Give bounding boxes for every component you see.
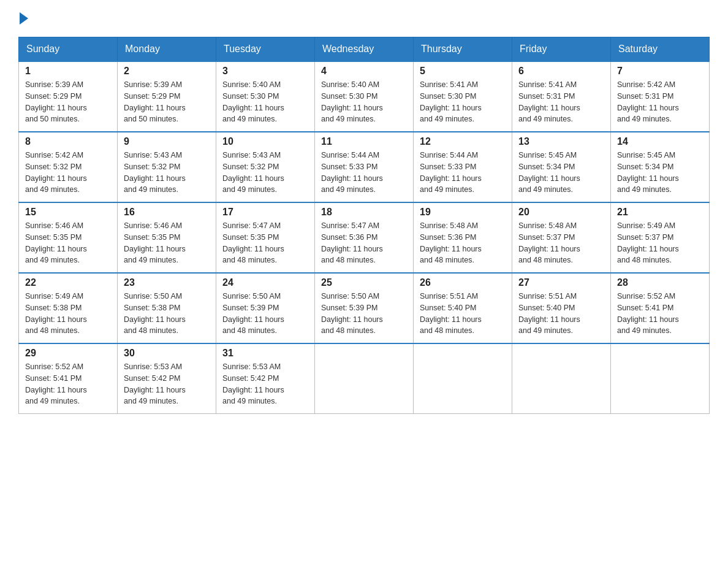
day-info: Sunrise: 5:43 AMSunset: 5:32 PMDaylight:… [222, 150, 308, 196]
day-info: Sunrise: 5:43 AMSunset: 5:32 PMDaylight:… [124, 150, 210, 196]
day-info: Sunrise: 5:48 AMSunset: 5:36 PMDaylight:… [420, 220, 506, 266]
calendar-cell [611, 343, 710, 414]
day-info: Sunrise: 5:47 AMSunset: 5:35 PMDaylight:… [222, 220, 308, 266]
day-number: 9 [124, 136, 210, 147]
day-info: Sunrise: 5:51 AMSunset: 5:40 PMDaylight:… [420, 291, 506, 337]
day-info: Sunrise: 5:44 AMSunset: 5:33 PMDaylight:… [321, 150, 407, 196]
day-info: Sunrise: 5:52 AMSunset: 5:41 PMDaylight:… [25, 361, 111, 407]
calendar-cell: 14Sunrise: 5:45 AMSunset: 5:34 PMDayligh… [611, 132, 710, 202]
calendar-cell: 7Sunrise: 5:42 AMSunset: 5:31 PMDaylight… [611, 61, 710, 132]
day-info: Sunrise: 5:50 AMSunset: 5:39 PMDaylight:… [321, 291, 407, 337]
day-info: Sunrise: 5:50 AMSunset: 5:38 PMDaylight:… [124, 291, 210, 337]
calendar-cell: 15Sunrise: 5:46 AMSunset: 5:35 PMDayligh… [19, 202, 118, 273]
day-number: 25 [321, 277, 407, 288]
calendar-cell: 20Sunrise: 5:48 AMSunset: 5:37 PMDayligh… [512, 202, 611, 273]
day-number: 30 [124, 348, 210, 359]
calendar-cell: 5Sunrise: 5:41 AMSunset: 5:30 PMDaylight… [414, 61, 512, 132]
day-number: 20 [518, 207, 604, 218]
day-info: Sunrise: 5:49 AMSunset: 5:38 PMDaylight:… [25, 291, 111, 337]
day-info: Sunrise: 5:40 AMSunset: 5:30 PMDaylight:… [321, 79, 407, 125]
calendar-cell: 23Sunrise: 5:50 AMSunset: 5:38 PMDayligh… [118, 273, 216, 343]
week-row-1: 1Sunrise: 5:39 AMSunset: 5:29 PMDaylight… [19, 61, 710, 132]
week-row-3: 15Sunrise: 5:46 AMSunset: 5:35 PMDayligh… [19, 202, 710, 273]
calendar-cell: 21Sunrise: 5:49 AMSunset: 5:37 PMDayligh… [611, 202, 710, 273]
calendar-cell: 16Sunrise: 5:46 AMSunset: 5:35 PMDayligh… [118, 202, 216, 273]
day-info: Sunrise: 5:41 AMSunset: 5:30 PMDaylight:… [420, 79, 506, 125]
calendar-cell [414, 343, 512, 414]
logo-blue-part [18, 12, 29, 25]
day-info: Sunrise: 5:53 AMSunset: 5:42 PMDaylight:… [124, 361, 210, 407]
calendar-cell: 24Sunrise: 5:50 AMSunset: 5:39 PMDayligh… [216, 273, 315, 343]
day-number: 27 [518, 277, 604, 288]
day-number: 1 [25, 66, 111, 77]
day-number: 10 [222, 136, 308, 147]
calendar-cell: 22Sunrise: 5:49 AMSunset: 5:38 PMDayligh… [19, 273, 118, 343]
day-number: 29 [25, 348, 111, 359]
calendar-cell: 18Sunrise: 5:47 AMSunset: 5:36 PMDayligh… [315, 202, 414, 273]
day-number: 3 [222, 66, 308, 77]
day-info: Sunrise: 5:42 AMSunset: 5:32 PMDaylight:… [25, 150, 111, 196]
day-number: 21 [617, 207, 703, 218]
day-number: 4 [321, 66, 407, 77]
day-number: 18 [321, 207, 407, 218]
day-info: Sunrise: 5:39 AMSunset: 5:29 PMDaylight:… [124, 79, 210, 125]
logo [18, 12, 29, 25]
calendar-cell: 19Sunrise: 5:48 AMSunset: 5:36 PMDayligh… [414, 202, 512, 273]
day-info: Sunrise: 5:45 AMSunset: 5:34 PMDaylight:… [617, 150, 703, 196]
day-number: 7 [617, 66, 703, 77]
day-info: Sunrise: 5:42 AMSunset: 5:31 PMDaylight:… [617, 79, 703, 125]
calendar-cell: 26Sunrise: 5:51 AMSunset: 5:40 PMDayligh… [414, 273, 512, 343]
calendar-header-row: Sunday Monday Tuesday Wednesday Thursday… [19, 37, 710, 62]
day-number: 22 [25, 277, 111, 288]
calendar-cell: 10Sunrise: 5:43 AMSunset: 5:32 PMDayligh… [216, 132, 315, 202]
calendar-cell: 13Sunrise: 5:45 AMSunset: 5:34 PMDayligh… [512, 132, 611, 202]
calendar-cell: 30Sunrise: 5:53 AMSunset: 5:42 PMDayligh… [118, 343, 216, 414]
header-wednesday: Wednesday [315, 37, 414, 62]
calendar-cell: 27Sunrise: 5:51 AMSunset: 5:40 PMDayligh… [512, 273, 611, 343]
day-number: 26 [420, 277, 506, 288]
day-info: Sunrise: 5:50 AMSunset: 5:39 PMDaylight:… [222, 291, 308, 337]
day-number: 2 [124, 66, 210, 77]
day-number: 17 [222, 207, 308, 218]
week-row-4: 22Sunrise: 5:49 AMSunset: 5:38 PMDayligh… [19, 273, 710, 343]
day-info: Sunrise: 5:48 AMSunset: 5:37 PMDaylight:… [518, 220, 604, 266]
day-info: Sunrise: 5:47 AMSunset: 5:36 PMDaylight:… [321, 220, 407, 266]
day-number: 19 [420, 207, 506, 218]
day-info: Sunrise: 5:44 AMSunset: 5:33 PMDaylight:… [420, 150, 506, 196]
day-number: 14 [617, 136, 703, 147]
day-info: Sunrise: 5:40 AMSunset: 5:30 PMDaylight:… [222, 79, 308, 125]
day-info: Sunrise: 5:46 AMSunset: 5:35 PMDaylight:… [124, 220, 210, 266]
header-monday: Monday [118, 37, 216, 62]
day-number: 13 [518, 136, 604, 147]
day-number: 23 [124, 277, 210, 288]
calendar-cell: 4Sunrise: 5:40 AMSunset: 5:30 PMDaylight… [315, 61, 414, 132]
day-number: 11 [321, 136, 407, 147]
day-number: 15 [25, 207, 111, 218]
calendar-cell: 8Sunrise: 5:42 AMSunset: 5:32 PMDaylight… [19, 132, 118, 202]
day-info: Sunrise: 5:49 AMSunset: 5:37 PMDaylight:… [617, 220, 703, 266]
calendar-cell: 6Sunrise: 5:41 AMSunset: 5:31 PMDaylight… [512, 61, 611, 132]
day-number: 24 [222, 277, 308, 288]
week-row-2: 8Sunrise: 5:42 AMSunset: 5:32 PMDaylight… [19, 132, 710, 202]
calendar-cell: 1Sunrise: 5:39 AMSunset: 5:29 PMDaylight… [19, 61, 118, 132]
day-info: Sunrise: 5:52 AMSunset: 5:41 PMDaylight:… [617, 291, 703, 337]
day-info: Sunrise: 5:39 AMSunset: 5:29 PMDaylight:… [25, 79, 111, 125]
week-row-5: 29Sunrise: 5:52 AMSunset: 5:41 PMDayligh… [19, 343, 710, 414]
calendar-cell: 2Sunrise: 5:39 AMSunset: 5:29 PMDaylight… [118, 61, 216, 132]
day-number: 28 [617, 277, 703, 288]
calendar-cell: 3Sunrise: 5:40 AMSunset: 5:30 PMDaylight… [216, 61, 315, 132]
logo-arrow-icon [20, 12, 28, 25]
day-number: 5 [420, 66, 506, 77]
day-number: 16 [124, 207, 210, 218]
calendar-cell: 12Sunrise: 5:44 AMSunset: 5:33 PMDayligh… [414, 132, 512, 202]
day-info: Sunrise: 5:45 AMSunset: 5:34 PMDaylight:… [518, 150, 604, 196]
day-number: 31 [222, 348, 308, 359]
day-number: 6 [518, 66, 604, 77]
header-friday: Friday [512, 37, 611, 62]
calendar-cell: 9Sunrise: 5:43 AMSunset: 5:32 PMDaylight… [118, 132, 216, 202]
day-info: Sunrise: 5:53 AMSunset: 5:42 PMDaylight:… [222, 361, 308, 407]
day-info: Sunrise: 5:41 AMSunset: 5:31 PMDaylight:… [518, 79, 604, 125]
calendar-cell: 25Sunrise: 5:50 AMSunset: 5:39 PMDayligh… [315, 273, 414, 343]
day-number: 12 [420, 136, 506, 147]
header-sunday: Sunday [19, 37, 118, 62]
